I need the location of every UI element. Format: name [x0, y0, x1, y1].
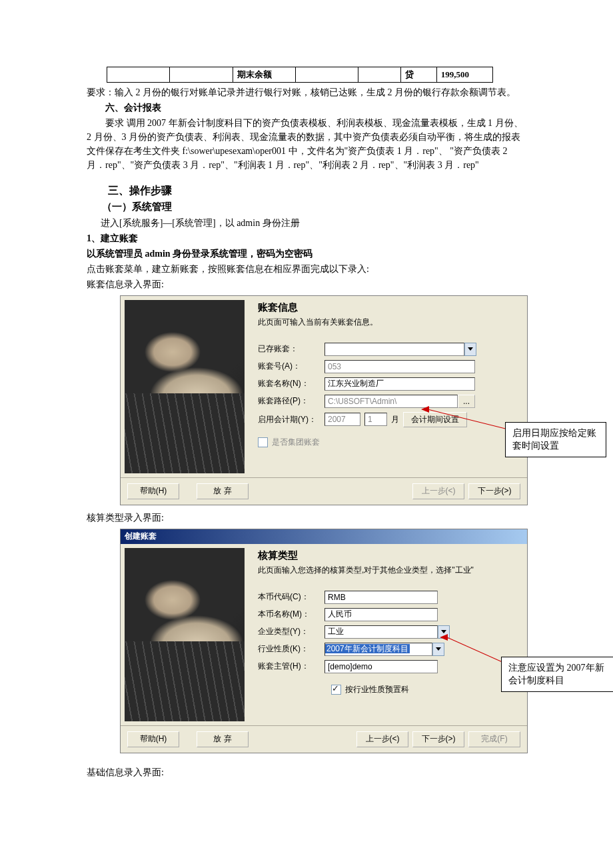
help-button[interactable]: 帮助(H): [127, 483, 179, 499]
preset-by-industry-checkbox[interactable]: [331, 685, 341, 695]
label-industry: 行业性质(K)：: [258, 643, 324, 655]
col-credit: 贷: [401, 67, 437, 83]
col-amount: 199,500: [436, 67, 492, 83]
label-start-period: 启用会计期(Y)：: [258, 414, 324, 425]
existing-account-select[interactable]: [324, 343, 464, 356]
label-group-account: 是否集团账套: [272, 437, 320, 448]
balance-table: 期末余额 贷 199,500: [107, 67, 493, 83]
currency-code-input[interactable]: [324, 591, 438, 604]
caption-dialog3: 基础信息录入界面:: [87, 765, 526, 779]
requirement-1: 要求：输入 2 月份的银行对账单记录并进行银行对账，核销已达账，生成 2 月份的…: [87, 85, 526, 99]
account-info-dialog: 账套信息 此页面可输入当前有关账套信息。 已存账套： 账套号(A)：: [120, 295, 528, 505]
step-1-title: 1、建立账套: [87, 231, 526, 245]
dialog1-title: 账套信息: [258, 301, 518, 314]
step-1-desc: 点击账套菜单，建立新账套，按照账套信息在相应界面完成以下录入:: [87, 262, 526, 276]
caption-dialog2: 核算类型录入界面:: [87, 511, 526, 525]
label-currency-code: 本币代码(C)：: [258, 591, 324, 603]
month-suffix: 月: [391, 414, 399, 425]
caption-dialog1: 账套信息录入界面:: [87, 277, 526, 291]
dialog2-titlebar: 创建账套: [121, 529, 527, 544]
callout-industry: 注意应设置为 2007年新会计制度科目: [501, 657, 613, 692]
label-enterprise-type: 企业类型(Y)：: [258, 626, 324, 637]
step-register: 进入[系统服务]—[系统管理]，以 admin 身份注册: [87, 216, 526, 230]
heading-6: 六、会计报表: [87, 101, 526, 115]
cancel-button[interactable]: 放 弃: [197, 731, 249, 747]
calc-type-dialog: 创建账套 核算类型 此页面输入您选择的核算类型,对于其他企业类型，选择"工业" …: [120, 529, 528, 753]
start-month-input[interactable]: [364, 413, 387, 426]
account-name-input[interactable]: [324, 377, 475, 391]
enterprise-type-select[interactable]: [324, 625, 438, 639]
label-account-admin: 账套主管(H)：: [258, 661, 324, 672]
wizard-image: [125, 300, 245, 473]
dropdown-icon[interactable]: [464, 343, 476, 356]
callout-start-date: 启用日期应按给定账套时间设置: [505, 422, 606, 457]
dialog1-desc: 此页面可输入当前有关账套信息。: [258, 317, 518, 328]
label-account-no: 账套号(A)：: [258, 361, 324, 372]
col-period-end: 期末余额: [233, 67, 295, 83]
prev-button[interactable]: 上一步(<): [412, 483, 464, 499]
heading-3: 三、操作步骤: [87, 184, 526, 198]
start-year-input[interactable]: [324, 413, 360, 426]
account-no-input[interactable]: [324, 360, 475, 373]
label-account-path: 账套路径(P)：: [258, 395, 324, 407]
dialog2-desc: 此页面输入您选择的核算类型,对于其他企业类型，选择"工业": [258, 565, 518, 576]
callout-arrow: [440, 634, 448, 641]
account-path-input[interactable]: [324, 395, 458, 408]
industry-select[interactable]: 2007年新会计制度科目: [324, 643, 432, 656]
label-account-name: 账套名称(N)：: [258, 378, 324, 389]
cancel-button[interactable]: 放 弃: [197, 483, 249, 499]
label-preset-by-industry: 按行业性质预置科: [345, 684, 409, 695]
requirement-2: 要求 调用 2007 年新会计制度科目下的资产负债表模板、利润表模板、现金流量表…: [87, 116, 526, 172]
callout-arrow: [421, 406, 429, 413]
label-currency-name: 本币名称(M)：: [258, 609, 324, 620]
help-button[interactable]: 帮助(H): [127, 731, 179, 747]
finish-button[interactable]: 完成(F): [468, 731, 520, 747]
next-button[interactable]: 下一步(>): [468, 483, 520, 499]
prev-button[interactable]: 上一步(<): [356, 731, 408, 747]
dialog2-title: 核算类型: [258, 549, 518, 562]
subheading-1: （一）系统管理: [87, 199, 526, 215]
account-admin-input[interactable]: [324, 660, 438, 673]
currency-name-input[interactable]: [324, 608, 438, 621]
period-settings-button[interactable]: 会计期间设置: [403, 412, 467, 427]
dropdown-icon[interactable]: [432, 643, 444, 656]
step-1-login: 以系统管理员 admin 身份登录系统管理，密码为空密码: [87, 247, 526, 261]
label-existing-account: 已存账套：: [258, 343, 324, 355]
group-account-checkbox[interactable]: [258, 437, 268, 447]
next-button[interactable]: 下一步(>): [412, 731, 464, 747]
wizard-image: [125, 548, 245, 721]
browse-path-button[interactable]: ...: [458, 395, 475, 408]
